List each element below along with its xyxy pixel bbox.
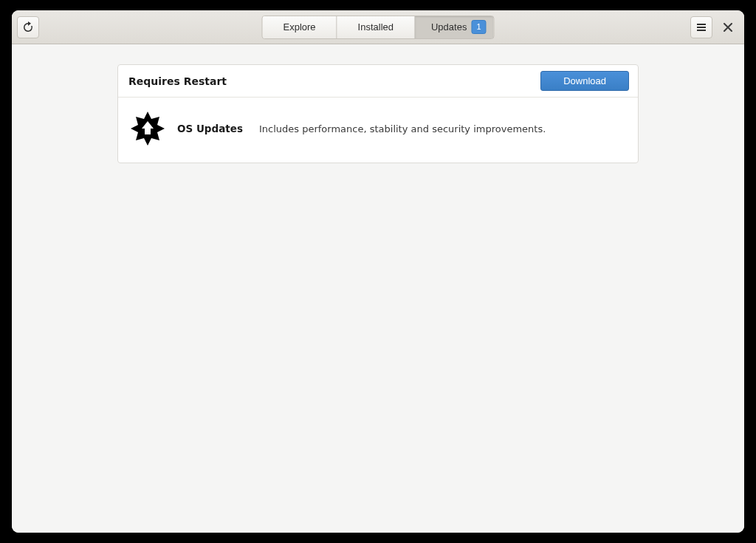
update-description: Includes performance, stability and secu… [259, 123, 546, 134]
update-row[interactable]: OS Updates Includes performance, stabili… [118, 98, 638, 163]
close-window-button[interactable] [717, 16, 739, 38]
tab-label: Updates [431, 21, 467, 33]
hamburger-icon [696, 22, 707, 33]
content-area: Requires Restart Download OS Updates Inc… [12, 44, 744, 533]
os-updates-icon [128, 109, 167, 148]
refresh-icon [22, 21, 34, 33]
tab-label: Explore [283, 21, 315, 33]
download-button-label: Download [563, 75, 606, 86]
download-button[interactable]: Download [540, 71, 629, 91]
updates-count-badge: 1 [471, 20, 486, 34]
update-name: OS Updates [177, 123, 243, 134]
tab-explore[interactable]: Explore [262, 16, 337, 38]
card-header: Requires Restart Download [118, 65, 638, 98]
section-title: Requires Restart [128, 75, 540, 87]
close-icon [724, 23, 732, 32]
tab-label: Installed [358, 21, 394, 33]
updates-section-card: Requires Restart Download OS Updates Inc… [117, 64, 639, 163]
tab-updates[interactable]: Updates 1 [415, 16, 494, 38]
view-switcher: Explore Installed Updates 1 [261, 16, 494, 39]
svg-rect-2 [697, 30, 706, 31]
headerbar: Explore Installed Updates 1 [12, 10, 744, 44]
svg-rect-0 [697, 24, 706, 25]
refresh-button[interactable] [17, 16, 39, 38]
tab-installed[interactable]: Installed [337, 16, 415, 38]
svg-rect-1 [697, 27, 706, 28]
software-updates-window: Explore Installed Updates 1 [12, 10, 744, 533]
hamburger-menu-button[interactable] [690, 16, 712, 38]
